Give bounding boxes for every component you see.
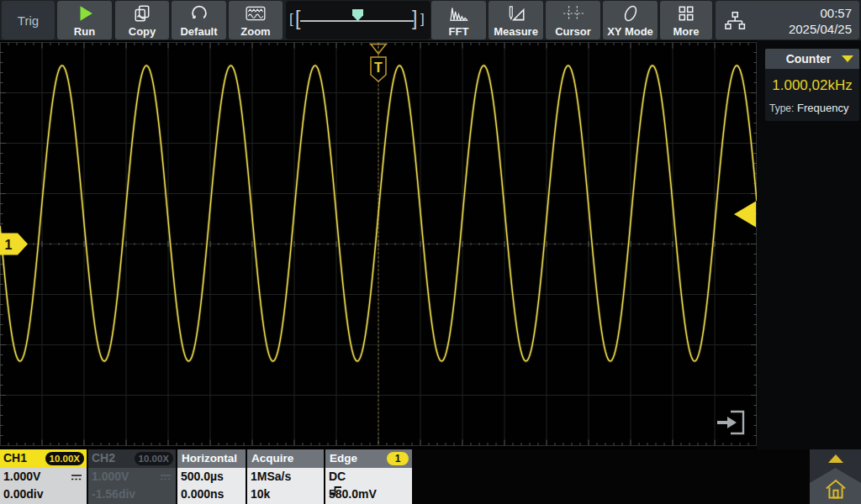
horizontal-timebase: 500.0µs: [181, 470, 224, 483]
acquire-status-tile[interactable]: Acquire 1MSa/s 10k: [247, 449, 324, 504]
graticule-and-trace: [0, 40, 757, 449]
clock-date: 2025/04/25: [789, 21, 852, 37]
channel2-status-tile[interactable]: CH2 10.00X 1.000V -1.56div: [88, 449, 176, 504]
clock-tile: 00:57 2025/04/25: [716, 1, 859, 39]
ch1-probe-badge: 10.00X: [45, 452, 84, 465]
measure-label: Measure: [489, 25, 543, 38]
ch2-probe-badge: 10.00X: [135, 452, 173, 465]
default-label: Default: [172, 25, 226, 38]
channel1-marker-label: 1: [5, 238, 13, 252]
run-label: Run: [57, 25, 112, 38]
trigger-coupling: DC: [329, 470, 346, 483]
copy-button[interactable]: Copy: [115, 1, 169, 39]
counter-type-label: Type:: [769, 102, 794, 114]
chevron-down-icon: [842, 55, 853, 62]
zoom-label: Zoom: [229, 25, 283, 38]
home-icon: [824, 477, 848, 501]
expand-menu-icon[interactable]: [714, 407, 751, 438]
home-button[interactable]: [824, 477, 848, 501]
zoom-waveform-icon: [229, 3, 283, 24]
horizontal-position-slider[interactable]: [ [ ] ]: [286, 1, 430, 39]
trigger-level-marker[interactable]: [733, 201, 757, 228]
record-bracket-left-outer: [: [289, 11, 293, 28]
copy-label: Copy: [115, 25, 169, 38]
dc-coupling-icon: [71, 473, 82, 481]
measure-icon: [489, 3, 543, 24]
horizontal-status-tile[interactable]: Horizontal 500.0µs 0.000ns: [177, 449, 246, 504]
counter-header[interactable]: Counter: [765, 49, 859, 69]
ch2-name: CH2: [92, 451, 115, 465]
play-icon: [57, 3, 112, 24]
waveform-display: T 1: [0, 40, 757, 449]
trigger-symbol-text: T: [374, 60, 383, 75]
window-bracket-right: ]: [412, 8, 417, 30]
slider-track: [300, 20, 414, 22]
trigger-status-label: Trig: [2, 1, 55, 39]
trigger-position-handle[interactable]: [352, 9, 363, 21]
xy-mode-label: XY Mode: [603, 25, 658, 38]
record-bracket-right-outer: ]: [420, 11, 425, 28]
horizontal-delay: 0.000ns: [181, 487, 224, 501]
run-button[interactable]: Run: [57, 1, 112, 39]
more-label: More: [660, 25, 712, 38]
measure-button[interactable]: Measure: [489, 1, 543, 39]
fft-spectrum-icon: [431, 3, 486, 24]
counter-type-value: Frequency: [797, 102, 848, 114]
horizontal-title: Horizontal: [177, 449, 246, 468]
copy-icon: [115, 3, 169, 24]
cursor-label: Cursor: [546, 25, 600, 38]
corner-nav-panel: [810, 449, 861, 504]
right-sidebar: Counter 1.000,02kHz Type: Frequency: [757, 40, 861, 449]
acquire-title: Acquire: [247, 449, 324, 468]
trigger-status-tile[interactable]: Edge 1 DC 580.0mV: [325, 449, 412, 504]
ch1-scale: 1.000V: [3, 470, 40, 483]
ch1-position: 0.00div: [3, 487, 43, 501]
bottom-status-bar: CH1 10.00X 1.000V 0.00div CH2 10.00X 1.0…: [0, 449, 861, 504]
more-button[interactable]: More: [660, 1, 712, 39]
trigger-title: Edge: [330, 452, 357, 465]
top-toolbar: Trig Run Copy Default: [0, 0, 861, 40]
window-bracket-left: [: [295, 8, 300, 30]
channel1-position-marker[interactable]: 1: [0, 233, 29, 255]
acquire-memory-depth: 10k: [251, 487, 270, 501]
channel1-status-tile[interactable]: CH1 10.00X 1.000V 0.00div: [0, 449, 87, 504]
counter-title: Counter: [765, 52, 842, 66]
clock-time: 00:57: [789, 5, 852, 21]
ch2-position: -1.56div: [92, 487, 135, 501]
trigger-status-text: Trig: [18, 13, 39, 28]
xy-mode-button[interactable]: XY Mode: [603, 1, 658, 39]
zoom-button[interactable]: Zoom: [229, 1, 283, 39]
collapse-up-icon[interactable]: [828, 454, 843, 463]
counter-widget: Counter 1.000,02kHz Type: Frequency: [765, 49, 859, 121]
fft-button[interactable]: FFT: [431, 1, 486, 39]
cursor-crosshair-icon: [546, 3, 600, 24]
fft-label: FFT: [431, 25, 486, 38]
xy-ellipse-icon: [603, 3, 658, 24]
lan-network-icon[interactable]: [724, 11, 746, 31]
trigger-source-badge: 1: [387, 452, 409, 465]
cursor-button[interactable]: Cursor: [546, 1, 600, 39]
ch1-name: CH1: [3, 451, 27, 465]
more-grid-icon: [660, 3, 712, 24]
trigger-position-marker[interactable]: T: [367, 43, 390, 83]
default-button[interactable]: Default: [172, 1, 226, 39]
ch2-scale: 1.000V: [92, 470, 129, 483]
trigger-level: 580.0mV: [329, 487, 377, 501]
reset-icon: [172, 3, 226, 24]
dc-coupling-icon: [160, 473, 172, 481]
counter-value: 1.000,02kHz: [765, 77, 859, 94]
acquire-sample-rate: 1MSa/s: [251, 470, 291, 483]
